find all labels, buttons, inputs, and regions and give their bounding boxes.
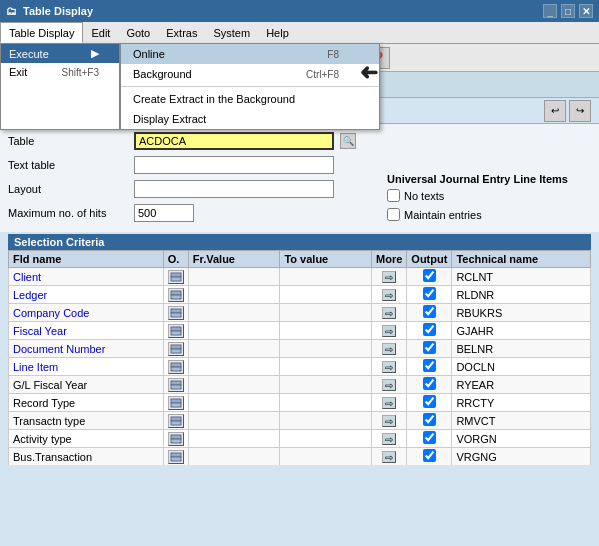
menu-table-display[interactable]: Table Display bbox=[0, 22, 83, 43]
menu-edit[interactable]: Edit bbox=[83, 22, 118, 43]
selection-icon-button[interactable] bbox=[168, 378, 184, 392]
technical-name-cell: VRGNG bbox=[452, 448, 591, 466]
maintain-entries-checkbox[interactable] bbox=[387, 208, 400, 221]
technical-name-cell: RRCTY bbox=[452, 394, 591, 412]
output-checkbox[interactable] bbox=[423, 269, 436, 282]
field-name-link[interactable]: Client bbox=[13, 271, 41, 283]
title-bar: 🗂 Table Display _ □ ✕ bbox=[0, 0, 599, 22]
technical-name-cell: VORGN bbox=[452, 430, 591, 448]
execute-option[interactable]: Execute ▶ bbox=[1, 44, 119, 63]
layout-input[interactable] bbox=[134, 180, 334, 198]
output-checkbox[interactable] bbox=[423, 377, 436, 390]
title-bar-text: Table Display bbox=[23, 5, 93, 17]
table-label: Table bbox=[8, 135, 128, 147]
fr-value-cell bbox=[188, 340, 280, 358]
table-input[interactable] bbox=[134, 132, 334, 150]
svg-rect-20 bbox=[171, 453, 181, 457]
toolbar-right-1[interactable]: ↩ bbox=[544, 100, 566, 122]
selection-icon-button[interactable] bbox=[168, 342, 184, 356]
more-arrow-button[interactable]: ⇨ bbox=[382, 415, 396, 427]
output-cell bbox=[407, 340, 452, 358]
fr-value-cell bbox=[188, 304, 280, 322]
output-cell bbox=[407, 412, 452, 430]
exit-option[interactable]: Exit Shift+F3 bbox=[1, 63, 119, 81]
selection-icon-button[interactable] bbox=[168, 414, 184, 428]
layout-label: Layout bbox=[8, 183, 128, 195]
technical-name-cell: RCLNT bbox=[452, 268, 591, 286]
selection-icon-button[interactable] bbox=[168, 360, 184, 374]
more-arrow-button[interactable]: ⇨ bbox=[382, 451, 396, 463]
output-checkbox[interactable] bbox=[423, 449, 436, 462]
more-arrow-button[interactable]: ⇨ bbox=[382, 433, 396, 445]
online-option[interactable]: Online F8 bbox=[121, 44, 379, 64]
menu-help[interactable]: Help bbox=[258, 22, 297, 43]
field-name-link[interactable]: Ledger bbox=[13, 289, 47, 301]
menu-extras[interactable]: Extras bbox=[158, 22, 205, 43]
more-arrow-button[interactable]: ⇨ bbox=[382, 325, 396, 337]
execute-dropdown: Execute ▶ Exit Shift+F3 bbox=[0, 43, 120, 130]
output-checkbox[interactable] bbox=[423, 305, 436, 318]
toolbar-right-2[interactable]: ↪ bbox=[569, 100, 591, 122]
output-checkbox[interactable] bbox=[423, 413, 436, 426]
fr-value-cell bbox=[188, 268, 280, 286]
svg-rect-8 bbox=[171, 345, 181, 349]
no-texts-label: No texts bbox=[404, 190, 444, 202]
svg-rect-13 bbox=[171, 385, 181, 389]
more-arrow-button[interactable]: ⇨ bbox=[382, 361, 396, 373]
selection-icon-button[interactable] bbox=[168, 324, 184, 338]
field-name: Record Type bbox=[9, 394, 164, 412]
more-arrow-button[interactable]: ⇨ bbox=[382, 343, 396, 355]
col-output: Output bbox=[407, 251, 452, 268]
svg-rect-15 bbox=[171, 403, 181, 407]
output-checkbox[interactable] bbox=[423, 287, 436, 300]
maximize-button[interactable]: □ bbox=[561, 4, 575, 18]
output-cell bbox=[407, 268, 452, 286]
field-name-link[interactable]: Line Item bbox=[13, 361, 58, 373]
svg-rect-14 bbox=[171, 399, 181, 403]
more-arrow-button[interactable]: ⇨ bbox=[382, 397, 396, 409]
create-extract-option[interactable]: Create Extract in the Background bbox=[121, 89, 379, 109]
selection-icon-button[interactable] bbox=[168, 288, 184, 302]
table-row: Activity type⇨VORGN bbox=[9, 430, 591, 448]
table-row: G/L Fiscal Year⇨RYEAR bbox=[9, 376, 591, 394]
menu-system[interactable]: System bbox=[205, 22, 258, 43]
output-checkbox[interactable] bbox=[423, 395, 436, 408]
background-option[interactable]: Background Ctrl+F8 bbox=[121, 64, 379, 84]
output-checkbox[interactable] bbox=[423, 323, 436, 336]
table-search-button[interactable]: 🔍 bbox=[340, 133, 356, 149]
field-name-link[interactable]: Document Number bbox=[13, 343, 105, 355]
to-value-cell bbox=[280, 430, 372, 448]
table-row: Company Code⇨RBUKRS bbox=[9, 304, 591, 322]
output-checkbox[interactable] bbox=[423, 431, 436, 444]
field-name-link[interactable]: Fiscal Year bbox=[13, 325, 67, 337]
to-value-cell bbox=[280, 412, 372, 430]
dropdown-container: Execute ▶ Exit Shift+F3 Online F8 Backgr… bbox=[0, 43, 380, 130]
output-cell bbox=[407, 430, 452, 448]
output-cell bbox=[407, 394, 452, 412]
selection-icon-button[interactable] bbox=[168, 306, 184, 320]
selection-icon-button[interactable] bbox=[168, 450, 184, 464]
more-arrow-button[interactable]: ⇨ bbox=[382, 379, 396, 391]
output-checkbox[interactable] bbox=[423, 359, 436, 372]
selection-icon-button[interactable] bbox=[168, 432, 184, 446]
more-arrow-button[interactable]: ⇨ bbox=[382, 271, 396, 283]
more-arrow-button[interactable]: ⇨ bbox=[382, 307, 396, 319]
output-cell bbox=[407, 304, 452, 322]
more-arrow-button[interactable]: ⇨ bbox=[382, 289, 396, 301]
close-button[interactable]: ✕ bbox=[579, 4, 593, 18]
no-texts-row: No texts bbox=[387, 189, 587, 202]
technical-name-cell: RLDNR bbox=[452, 286, 591, 304]
output-cell bbox=[407, 322, 452, 340]
minimize-button[interactable]: _ bbox=[543, 4, 557, 18]
universal-journal-text: Universal Journal Entry Line Items bbox=[387, 173, 587, 185]
to-value-cell bbox=[280, 322, 372, 340]
selection-icon-button[interactable] bbox=[168, 270, 184, 284]
display-extract-option[interactable]: Display Extract bbox=[121, 109, 379, 129]
selection-icon-button[interactable] bbox=[168, 396, 184, 410]
field-name-link[interactable]: Company Code bbox=[13, 307, 89, 319]
no-texts-checkbox[interactable] bbox=[387, 189, 400, 202]
text-table-input[interactable] bbox=[134, 156, 334, 174]
menu-goto[interactable]: Goto bbox=[118, 22, 158, 43]
output-checkbox[interactable] bbox=[423, 341, 436, 354]
max-hits-input[interactable] bbox=[134, 204, 194, 222]
